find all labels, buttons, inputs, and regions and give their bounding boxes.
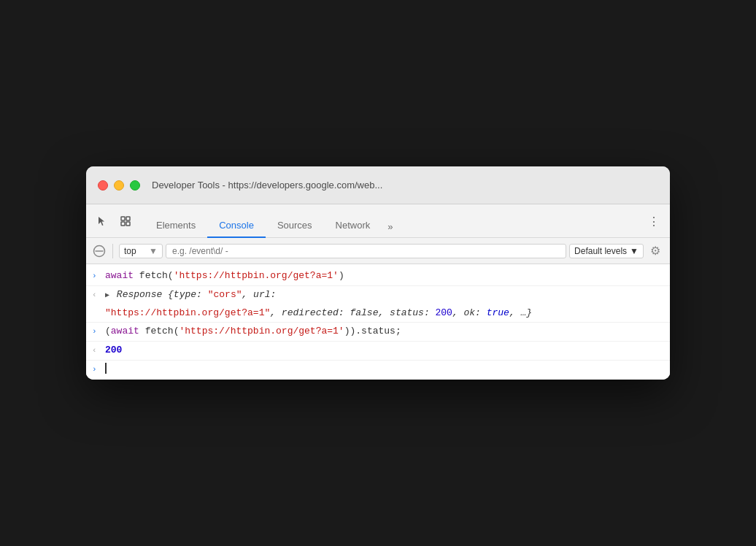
svg-rect-3	[126, 222, 130, 226]
devtools-window: Developer Tools - https://developers.goo…	[86, 166, 670, 380]
context-arrow-icon: ▼	[149, 246, 158, 256]
settings-gear-button[interactable]: ⚙	[647, 242, 664, 260]
console-line: ‹ ▶ Response {type: "cors", url:	[86, 286, 670, 304]
console-line: › await fetch('https://httpbin.org/get?a…	[86, 267, 670, 286]
maximize-button[interactable]	[130, 180, 140, 191]
tab-menu-button[interactable]: ⋮	[644, 211, 664, 237]
traffic-lights	[98, 180, 140, 191]
devtools-panel: Elements Console Sources Network » ⋮ top	[86, 204, 670, 380]
output-arrow-icon: ‹	[92, 288, 105, 302]
toolbar-divider	[112, 244, 113, 258]
console-input-text: await fetch('https://httpbin.org/get?a=1…	[105, 269, 664, 284]
gear-icon: ⚙	[650, 244, 660, 258]
console-output: › await fetch('https://httpbin.org/get?a…	[86, 264, 670, 380]
inspect-icon[interactable]	[115, 211, 136, 231]
tab-bar: Elements Console Sources Network » ⋮	[86, 204, 670, 238]
console-output-text: ▶ Response {type: "cors", url:	[105, 288, 664, 303]
tab-more[interactable]: »	[382, 215, 398, 238]
svg-rect-1	[126, 217, 130, 220]
svg-rect-2	[121, 222, 125, 226]
tab-network[interactable]: Network	[324, 214, 382, 238]
levels-arrow-icon: ▼	[630, 246, 639, 256]
tab-console[interactable]: Console	[207, 214, 266, 238]
console-response-detail: "https://httpbin.org/get?a=1", redirecte…	[86, 304, 670, 323]
filter-input[interactable]	[166, 244, 566, 258]
clear-console-button[interactable]	[92, 244, 107, 258]
console-toolbar: top ▼ Default levels ▼ ⚙	[86, 238, 670, 264]
cursor-icon[interactable]	[92, 211, 112, 231]
close-button[interactable]	[98, 180, 108, 191]
svg-rect-0	[121, 217, 125, 220]
tab-icons	[92, 211, 136, 237]
console-output-value: 200	[105, 343, 664, 358]
window-title: Developer Tools - https://developers.goo…	[152, 180, 382, 191]
console-line: ‹ 200	[86, 342, 670, 361]
console-cursor	[105, 363, 107, 374]
context-selector[interactable]: top ▼	[119, 244, 163, 258]
console-line: › (await fetch('https://httpbin.org/get?…	[86, 323, 670, 342]
console-input-line[interactable]: ›	[86, 361, 670, 377]
titlebar: Developer Tools - https://developers.goo…	[86, 166, 670, 204]
console-input-text: (await fetch('https://httpbin.org/get?a=…	[105, 324, 664, 339]
log-levels-selector[interactable]: Default levels ▼	[569, 244, 644, 258]
prompt-arrow-icon: ›	[92, 364, 105, 374]
tab-sources[interactable]: Sources	[266, 214, 324, 238]
output-arrow-icon: ‹	[92, 343, 105, 358]
tab-elements[interactable]: Elements	[144, 214, 207, 238]
minimize-button[interactable]	[114, 180, 124, 191]
input-arrow-icon: ›	[92, 269, 105, 283]
input-arrow-icon: ›	[92, 324, 105, 339]
three-dots-icon[interactable]: ⋮	[644, 211, 664, 231]
